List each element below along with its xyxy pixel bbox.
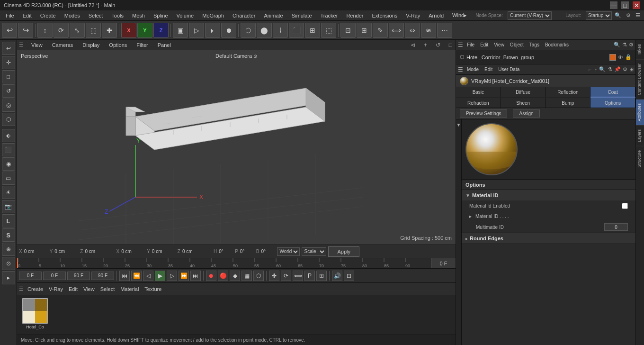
lt-plane[interactable]: ▭ <box>2 172 15 185</box>
mat-props-edit[interactable]: Edit <box>483 66 494 73</box>
mat-bar-icon[interactable]: ☰ <box>19 286 24 292</box>
tab-attributes[interactable]: Attributes <box>636 99 644 125</box>
mat-menu-create[interactable]: Create <box>26 285 45 293</box>
scene-mgr-tags[interactable]: Tags <box>528 42 541 48</box>
pb-preview[interactable]: P <box>304 271 315 281</box>
play-button[interactable]: ▶ <box>155 271 165 281</box>
render-region[interactable]: ▣ <box>173 23 188 38</box>
step-forward-button[interactable]: ▷ <box>167 271 177 281</box>
lt-circle[interactable]: ◎ <box>2 99 15 112</box>
tab-coat[interactable]: Coat <box>590 87 635 98</box>
clone-tool[interactable]: ✚ <box>102 23 117 38</box>
lt-s[interactable]: S <box>2 228 15 242</box>
snap-settings[interactable]: ⊞ <box>357 23 372 38</box>
lt-sphere[interactable]: ◉ <box>2 157 15 171</box>
lt-undo[interactable]: ↩ <box>2 42 15 55</box>
lt-hex[interactable]: ⬡ <box>2 113 15 126</box>
pb-loop[interactable]: ⟳ <box>281 271 291 281</box>
mat-menu-view[interactable]: View <box>81 285 97 293</box>
mat-props-userdata[interactable]: User Data <box>496 66 521 73</box>
start-frame-input[interactable] <box>19 272 42 280</box>
mat-menu-vray[interactable]: V-Ray <box>47 285 65 293</box>
tab-layers[interactable]: Layers <box>636 125 644 146</box>
viewport-menu-view[interactable]: View <box>29 42 45 48</box>
scene-mgr-icon[interactable]: ☰ <box>458 42 463 48</box>
layout-select[interactable]: Startup <box>586 11 612 20</box>
render-anim[interactable]: ⏺ <box>221 23 236 38</box>
menu-tools[interactable]: Tools <box>107 12 127 19</box>
transform-mode-select[interactable]: ScaleMoveRotate <box>302 247 326 256</box>
tab-content-browser[interactable]: Content Browser <box>636 59 644 99</box>
apply-transform-button[interactable]: Apply <box>328 246 359 257</box>
uv-mode[interactable]: ⊞ <box>305 23 320 38</box>
move-tool[interactable]: ↕ <box>37 23 53 38</box>
scene-obj-name[interactable]: Hotel_Corridor_Brown_group <box>466 54 534 60</box>
tab-structure[interactable]: Structure <box>636 146 644 172</box>
menu-vray[interactable]: V-Ray <box>402 12 424 19</box>
menu-extensions[interactable]: Extensions <box>368 12 401 19</box>
mat-props-icon[interactable]: ☰ <box>458 66 463 73</box>
viewport[interactable]: Perspective Default Camera ⊙ Grid Spacin… <box>17 50 456 245</box>
viewport-menu-cameras[interactable]: Cameras <box>50 42 75 48</box>
lt-l[interactable]: L <box>2 214 15 227</box>
menu-animate[interactable]: Animate <box>260 12 286 19</box>
close-button[interactable]: ✕ <box>633 1 640 9</box>
object-mode[interactable]: ⬡ <box>241 23 256 38</box>
key-all-button[interactable]: ◆ <box>230 271 240 281</box>
more-tools[interactable]: ⋯ <box>437 23 452 38</box>
rotate-tool[interactable]: ⟳ <box>54 23 69 38</box>
point-mode[interactable]: ⬤ <box>257 23 272 38</box>
mat-props-pin-icon[interactable]: 📌 <box>614 66 621 73</box>
lt-plus[interactable]: ⊕ <box>2 243 15 256</box>
mat-props-expand-icon[interactable]: ⊞ <box>629 66 634 73</box>
menu-wind[interactable]: Wind▸ <box>448 11 471 19</box>
render-play[interactable]: ⏵ <box>205 23 220 38</box>
maximize-button[interactable]: □ <box>621 1 629 9</box>
menu-mograph[interactable]: MoGraph <box>198 12 228 19</box>
coord-space-select[interactable]: WorldLocal <box>277 247 300 256</box>
menu-file[interactable]: File <box>2 12 18 19</box>
menu-render[interactable]: Render <box>342 12 367 19</box>
subtab-refraction[interactable]: Refraction <box>456 98 501 108</box>
menu-arnold[interactable]: Arnold <box>425 12 447 19</box>
undo-button[interactable]: ↩ <box>2 23 17 38</box>
mat-props-search-icon[interactable]: 🔍 <box>599 66 606 73</box>
ik-button[interactable]: ⬡ <box>253 271 264 281</box>
scene-eye-icon[interactable]: 👁 <box>618 54 623 60</box>
mat-props-filter-icon[interactable]: ⚗ <box>608 66 612 73</box>
menu-volume[interactable]: Volume <box>173 12 198 19</box>
lt-camera[interactable]: 📷 <box>2 200 15 213</box>
scene-settings-icon[interactable]: ⚙ <box>629 42 634 48</box>
scene-mgr-file[interactable]: File <box>465 42 476 48</box>
axis-y[interactable]: Y <box>137 23 152 38</box>
mat-props-settings-icon[interactable]: ⚙ <box>623 66 627 73</box>
motion-clip[interactable]: ▦ <box>242 271 252 281</box>
scene-mgr-view[interactable]: View <box>492 42 506 48</box>
menu-create[interactable]: Create <box>36 12 60 19</box>
mirror-tool[interactable]: ⟺ <box>389 23 404 38</box>
pb-grid[interactable]: ⊞ <box>316 271 327 281</box>
scale-tool[interactable]: ⤡ <box>70 23 85 38</box>
assign-button[interactable]: Assign <box>513 109 539 118</box>
viewport-menu-icon[interactable]: ☰ <box>19 42 24 48</box>
poly-mode[interactable]: ⬛ <box>289 23 304 38</box>
redo-button[interactable]: ↪ <box>18 23 33 38</box>
mat-id-enabled-checkbox[interactable] <box>622 203 628 209</box>
menu-edit[interactable]: Edit <box>19 12 36 19</box>
menu-select[interactable]: Select <box>85 12 107 19</box>
minimize-button[interactable]: — <box>610 1 617 9</box>
step-back-button[interactable]: ◁ <box>143 271 153 281</box>
filter-icon[interactable]: ⚙ <box>624 12 633 18</box>
viewport-ctrl-4[interactable]: □ <box>447 42 454 48</box>
menu-mesh[interactable]: Mesh <box>128 12 149 19</box>
lt-play[interactable]: ▸ <box>2 271 15 284</box>
lt-rotate[interactable]: ↺ <box>2 84 15 98</box>
prev-frame-button[interactable]: ⏪ <box>131 271 142 281</box>
fps-input[interactable] <box>91 272 114 280</box>
transfer-tool[interactable]: ⇔ <box>405 23 420 38</box>
record-button[interactable]: ⏺ <box>206 271 216 281</box>
edge-mode[interactable]: ⌇ <box>273 23 288 38</box>
axis-x[interactable]: X <box>121 23 136 38</box>
scene-filter-icon[interactable]: ⚗ <box>622 42 627 48</box>
scene-mgr-bookmarks[interactable]: Bookmarks <box>543 42 571 48</box>
